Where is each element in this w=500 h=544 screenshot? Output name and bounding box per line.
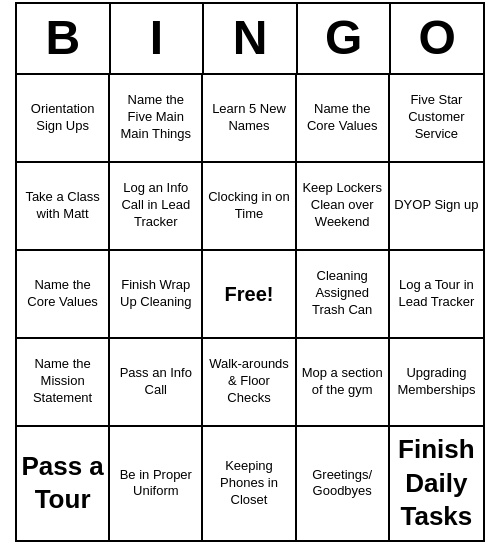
bingo-cell-22: Keeping Phones in Closet [203,427,296,540]
bingo-cell-5: Take a Class with Matt [17,163,110,251]
bingo-letter-b: B [17,4,111,73]
bingo-cell-7: Clocking in on Time [203,163,296,251]
bingo-cell-17: Walk-arounds & Floor Checks [203,339,296,427]
bingo-cell-6: Log an Info Call in Lead Tracker [110,163,203,251]
bingo-header: BINGO [17,4,483,75]
bingo-letter-i: I [111,4,205,73]
bingo-letter-o: O [391,4,483,73]
bingo-card: BINGO Orientation Sign UpsName the Five … [15,2,485,542]
bingo-cell-13: Cleaning Assigned Trash Can [297,251,390,339]
bingo-letter-n: N [204,4,298,73]
bingo-cell-24: Finish Daily Tasks [390,427,483,540]
bingo-grid: Orientation Sign UpsName the Five Main M… [17,75,483,540]
bingo-cell-8: Keep Lockers Clean over Weekend [297,163,390,251]
bingo-cell-10: Name the Core Values [17,251,110,339]
bingo-letter-g: G [298,4,392,73]
bingo-cell-23: Greetings/ Goodbyes [297,427,390,540]
bingo-cell-15: Name the Mission Statement [17,339,110,427]
bingo-cell-4: Five Star Customer Service [390,75,483,163]
bingo-cell-19: Upgrading Memberships [390,339,483,427]
bingo-cell-18: Mop a section of the gym [297,339,390,427]
bingo-cell-12: Free! [203,251,296,339]
bingo-cell-14: Log a Tour in Lead Tracker [390,251,483,339]
bingo-cell-3: Name the Core Values [297,75,390,163]
bingo-cell-20: Pass a Tour [17,427,110,540]
bingo-cell-9: DYOP Sign up [390,163,483,251]
bingo-cell-1: Name the Five Main Main Things [110,75,203,163]
bingo-cell-0: Orientation Sign Ups [17,75,110,163]
bingo-cell-2: Learn 5 New Names [203,75,296,163]
bingo-cell-11: Finish Wrap Up Cleaning [110,251,203,339]
bingo-cell-21: Be in Proper Uniform [110,427,203,540]
bingo-cell-16: Pass an Info Call [110,339,203,427]
